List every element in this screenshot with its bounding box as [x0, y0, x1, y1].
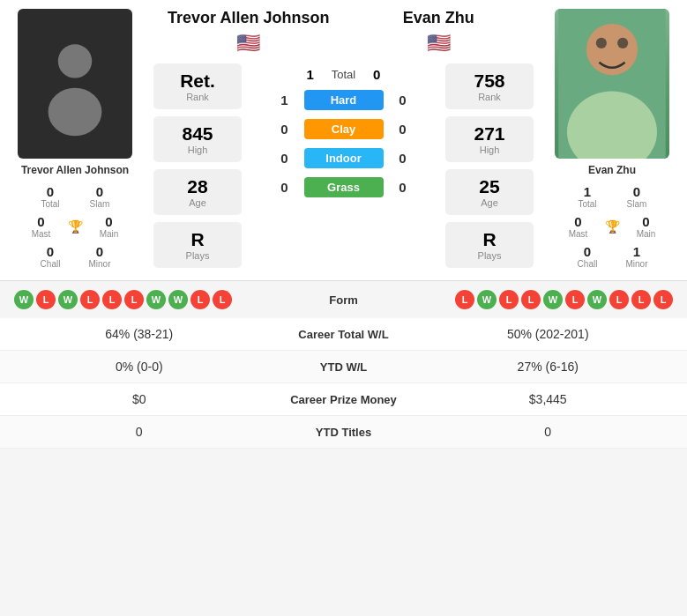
form-badge-right: W: [543, 290, 563, 309]
player-comparison-area: Trevor Allen Johnson 0 Total 0 Slam 0 Ma…: [0, 0, 687, 280]
right-stat-minor: 1 Minor: [614, 244, 660, 269]
left-player-photo: [18, 9, 132, 159]
svg-point-6: [617, 38, 628, 48]
surface-clay-row: 0 Clay 0: [274, 119, 414, 139]
form-section: WLWLLLWWLL Form LWLLWLWLLL: [0, 280, 687, 318]
comparison-left-value: $0: [14, 392, 265, 406]
svg-point-1: [49, 88, 102, 136]
comparison-right-value: 0: [423, 425, 674, 439]
form-badge-left: L: [190, 290, 210, 309]
form-badge-right: W: [477, 290, 497, 309]
comparison-left-value: 0: [14, 425, 265, 439]
grass-badge: Grass: [304, 177, 384, 197]
svg-point-0: [58, 44, 92, 78]
right-rank-card: 758 Rank: [445, 63, 534, 109]
left-stat-main: 0 Main: [86, 214, 132, 239]
surface-indoor-row: 0 Indoor 0: [274, 148, 414, 168]
right-player-column: Evan Zhu 1 Total 0 Slam 0 Mast 🏆: [537, 0, 687, 280]
right-stat-slam: 0 Slam: [614, 184, 660, 209]
form-badge-right: L: [631, 290, 651, 309]
right-stat-chall: 0 Chall: [564, 244, 610, 269]
right-trophy-row: 0 Mast 🏆 0 Main: [554, 212, 671, 241]
main-container: Trevor Allen Johnson 0 Total 0 Slam 0 Ma…: [0, 0, 687, 449]
form-badge-left: L: [80, 290, 100, 309]
left-player-header-name: Trevor Allen Johnson: [153, 9, 344, 28]
left-stat-slam: 0 Slam: [77, 184, 123, 209]
form-badge-left: W: [146, 290, 166, 309]
center-column: Trevor Allen Johnson 🇺🇸 Evan Zhu 🇺🇸 Ret.…: [150, 0, 537, 280]
form-badge-left: L: [36, 290, 56, 309]
clay-badge: Clay: [304, 119, 384, 139]
right-stat-mast: 0 Mast: [556, 214, 601, 239]
form-badge-left: W: [168, 290, 188, 309]
left-plays-card: R Plays: [153, 222, 242, 268]
form-left: WLWLLLWWLL: [14, 290, 291, 309]
form-badge-left: W: [14, 290, 34, 309]
comparison-center-label: YTD W/L: [265, 360, 423, 374]
form-label: Form: [291, 293, 397, 307]
right-high-card: 271 High: [445, 116, 534, 162]
left-player-name: Trevor Allen Johnson: [21, 164, 129, 176]
left-trophy-icon: 🏆: [68, 219, 83, 234]
surface-grass-row: 0 Grass 0: [274, 177, 414, 197]
form-badge-left: W: [58, 290, 78, 309]
form-badge-left: L: [124, 290, 144, 309]
left-stat-minor: 0 Minor: [77, 244, 123, 269]
right-trophy-icon: 🏆: [605, 219, 620, 234]
form-badge-left: L: [213, 290, 232, 309]
comparison-stats: 64% (38-21)Career Total W/L50% (202-201)…: [0, 318, 687, 449]
comparison-center-label: YTD Titles: [265, 426, 423, 439]
comparison-left-value: 0% (0-0): [14, 360, 265, 374]
hard-badge: Hard: [304, 90, 384, 110]
right-age-card: 25 Age: [445, 169, 534, 215]
comparison-row: $0Career Prize Money$3,445: [0, 383, 687, 416]
left-stat-mast: 0 Mast: [19, 214, 64, 239]
form-badge-right: L: [653, 290, 673, 309]
left-rank-card: Ret. Rank: [153, 63, 242, 109]
form-badge-right: W: [587, 290, 607, 309]
left-stat-total: 0 Total: [27, 184, 73, 209]
form-badge-right: L: [565, 290, 585, 309]
comparison-row: 0YTD Titles0: [0, 416, 687, 449]
form-badge-right: L: [609, 290, 629, 309]
left-age-card: 28 Age: [153, 169, 242, 215]
comparison-left-value: 64% (38-21): [14, 327, 265, 341]
right-stat-total: 1 Total: [564, 184, 610, 209]
right-player-photo: [555, 9, 669, 159]
right-plays-card: R Plays: [445, 222, 534, 268]
comparison-row: 0% (0-0)YTD W/L27% (6-16): [0, 351, 687, 383]
left-stat-chall: 0 Chall: [27, 244, 73, 269]
comparison-right-value: $3,445: [423, 392, 674, 406]
form-badge-right: L: [499, 290, 519, 309]
left-player-column: Trevor Allen Johnson 0 Total 0 Slam 0 Ma…: [0, 0, 150, 280]
left-player-flag: 🇺🇸: [153, 32, 344, 55]
right-player-stats: 1 Total 0 Slam 0 Mast 🏆 0 Main: [542, 182, 682, 271]
surface-hard-row: 1 Hard 0: [274, 90, 414, 110]
right-player-flag: 🇺🇸: [344, 32, 534, 55]
form-badge-right: L: [521, 290, 541, 309]
comparison-center-label: Career Prize Money: [265, 393, 423, 406]
indoor-badge: Indoor: [304, 148, 384, 168]
right-stat-main: 0 Main: [624, 214, 669, 239]
right-player-name: Evan Zhu: [588, 164, 636, 176]
comparison-right-value: 50% (202-201): [423, 327, 674, 341]
form-badge-left: L: [102, 290, 122, 309]
form-right: LWLLWLWLLL: [397, 290, 674, 309]
form-badge-right: L: [455, 290, 474, 309]
total-row: 1 Total 0: [302, 67, 385, 82]
comparison-row: 64% (38-21)Career Total W/L50% (202-201): [0, 318, 687, 351]
left-player-stats: 0 Total 0 Slam 0 Mast 🏆 0 Main: [5, 182, 145, 271]
comparison-right-value: 27% (6-16): [423, 360, 674, 374]
svg-point-5: [596, 38, 607, 48]
left-high-card: 845 High: [153, 116, 242, 162]
comparison-center-label: Career Total W/L: [265, 328, 423, 341]
right-player-header-name: Evan Zhu: [344, 9, 534, 28]
left-trophy-row: 0 Mast 🏆 0 Main: [17, 212, 134, 241]
